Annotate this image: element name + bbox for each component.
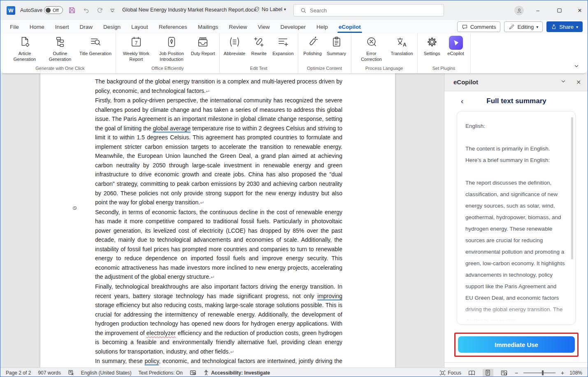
tab-references[interactable]: References [153,21,193,33]
undo-button[interactable] [81,6,91,15]
ribbon-button-label: Title Generation [79,51,112,57]
summary-paragraph: The content is primarily in English. Her… [465,143,565,166]
ribbon-button-translation[interactable]: ATranslation [391,36,413,57]
rewrite-icon [253,36,265,50]
ribbon-button-abbreviate[interactable]: Abbreviate [224,36,246,57]
ribbon-button-summary[interactable]: Summary [326,36,347,57]
editing-mode-dropdown[interactable]: Editing ▾ [504,21,543,32]
ribbon-group-process-language: Error CorrectionATranslationProcess Lang… [351,33,418,73]
page-indicator[interactable]: Page 2 of 2 [6,370,31,376]
share-button[interactable]: Share ▾ [546,21,583,32]
ribbon-button-label: Rewrite [251,51,267,57]
document-text[interactable]: The background of the global energy tran… [95,77,342,368]
tab-review[interactable]: Review [223,21,252,33]
comments-button[interactable]: Comments [457,21,501,32]
ribbon-button-label: Job Position Introduction [156,51,188,62]
summary-icon [330,36,343,50]
close-button[interactable]: ✕ [571,0,588,20]
summary-card: English:The content is primarily in Engl… [457,111,576,325]
tab-design[interactable]: Design [98,21,126,33]
chevron-down-icon: ▾ [284,7,286,12]
ribbon-button-job-position-introduction[interactable]: Job Position Introduction [156,36,188,62]
zoom-percentage[interactable]: 108% [569,370,582,376]
customize-quick-access-icon[interactable] [108,6,117,15]
ribbon-button-title-generation[interactable]: Title Generation [79,36,112,57]
pencil-icon [509,24,515,30]
text-predictions[interactable]: Text Predictions: On [139,370,183,376]
tab-ecopilot[interactable]: eCopilot [333,21,366,33]
editor-icon[interactable] [190,370,196,376]
tab-insert[interactable]: Insert [50,21,74,33]
zoom-thumb[interactable] [542,370,544,375]
panel-collapse-icon[interactable] [560,79,566,86]
word-logo-icon: W [7,6,15,15]
focus-label: Focus [448,370,461,376]
ribbon-button-ecopilot-logo[interactable]: eCopilot [446,36,466,57]
tab-file[interactable]: File [5,21,24,33]
document-paragraph: The background of the global energy tran… [95,77,342,96]
zoom-out-button[interactable]: − [515,370,518,376]
autosave-label: AutoSave [20,7,42,13]
document-page[interactable]: The background of the global energy tran… [40,73,395,368]
print-layout-button[interactable] [483,369,493,377]
card-scrollbar[interactable] [571,117,573,259]
focus-mode-button[interactable]: Focus [439,370,461,376]
text-fade-overlay [457,305,575,324]
search-input[interactable]: Search [293,4,444,16]
read-mode-button[interactable] [467,369,477,377]
svg-text:A: A [402,42,406,48]
zoom-in-button[interactable]: + [561,370,564,376]
ribbon-button-label: Summary [327,51,346,57]
web-layout-button[interactable] [499,369,509,377]
ribbon-button-label: eCopilot [447,51,464,57]
tab-developer[interactable]: Developer [275,21,311,33]
sensitivity-label-button[interactable]: No Label ▾ [254,6,286,12]
minimize-button[interactable]: – [529,0,547,20]
tab-mailings[interactable]: Mailings [193,21,224,33]
ribbon-button-label: Error Correction [356,51,388,62]
autosave-toggle[interactable]: Off [44,6,63,14]
immediate-use-button[interactable]: Immediate Use [458,336,575,353]
accessibility-status[interactable]: Accessibility: Investigate [203,370,270,376]
ribbon-group-office-efficiently: 7Weekly Work ReportJob Position Introduc… [116,33,220,73]
language-indicator[interactable]: English (United States) [81,370,132,376]
status-bar: Page 2 of 2 907 words English (United St… [0,368,588,377]
ribbon-button-error-correction[interactable]: Error Correction [356,36,388,62]
svg-text:7: 7 [135,40,137,46]
maximize-button[interactable] [550,0,568,20]
ribbon-button-article-generation[interactable]: Article Generation [9,36,41,62]
translation-icon: A [396,36,408,50]
ribbon-button-outline-generation[interactable]: Outline Generation [44,36,76,62]
save-button[interactable] [67,6,77,15]
tab-layout[interactable]: Layout [126,21,153,33]
redo-button[interactable] [95,6,105,15]
back-chevron-icon[interactable]: ‹ [461,97,463,106]
panel-close-icon[interactable]: ✕ [576,79,581,86]
ribbon-group-label: Office Efficiently [151,65,184,72]
ribbon-button-weekly-work-report[interactable]: 7Weekly Work Report [120,36,152,62]
outline-generation-icon [54,36,66,50]
word-count[interactable]: 907 words [38,370,60,376]
document-paragraph: Finally, technological breakthroughs are… [95,282,342,356]
tab-view[interactable]: View [252,21,275,33]
tab-help[interactable]: Help [311,21,333,33]
title-generation-icon [89,36,102,50]
ribbon-button-duty-report[interactable]: Duty Report [191,36,215,57]
ribbon-button-settings[interactable]: Settings [422,36,442,57]
ecopilot-logo-icon [449,36,463,50]
ribbon-button-polishing[interactable]: Polishing [302,36,323,57]
panel-title: eCopilot [453,79,560,86]
zoom-slider[interactable] [523,370,555,376]
ribbon-button-label: Settings [424,51,440,57]
collapse-ribbon-icon[interactable] [574,63,579,71]
ribbon-button-expansion[interactable]: Expansion [272,36,293,57]
ecopilot-panel: eCopilot ✕ ‹ Full text summary English:T… [444,73,588,368]
ribbon: Article GenerationOutline GenerationTitl… [0,33,588,73]
ribbon-button-rewrite[interactable]: Rewrite [249,36,269,57]
abbreviate-icon [228,36,241,50]
tab-home[interactable]: Home [24,21,50,33]
account-avatar[interactable] [514,6,524,15]
proofing-errors-icon[interactable] [68,370,74,376]
ribbon-group-label: Optimize Content [307,65,342,72]
tab-draw[interactable]: Draw [74,21,98,33]
